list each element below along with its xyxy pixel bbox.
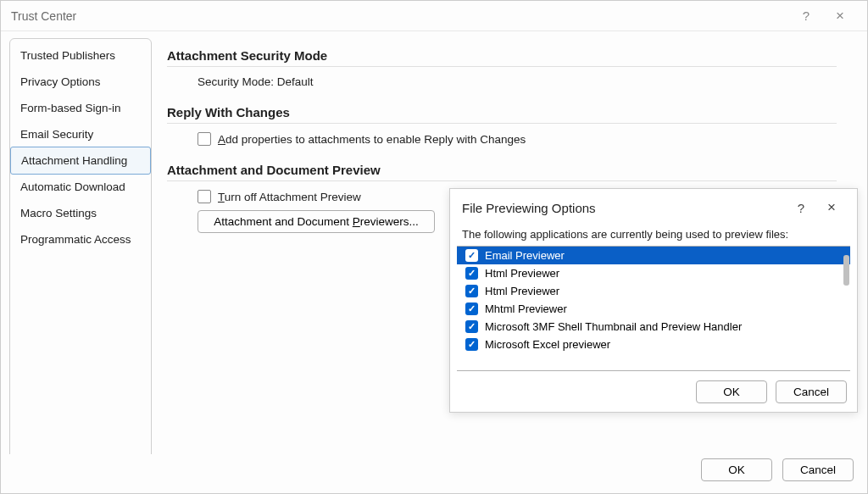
close-icon[interactable]: ×: [823, 8, 857, 25]
sidebar-item-label: Programmatic Access: [20, 233, 131, 246]
sidebar: Trusted Publishers Privacy Options Form-…: [9, 38, 152, 454]
checkbox-icon: [198, 132, 211, 146]
list-item[interactable]: ✓ Html Previewer: [457, 282, 850, 300]
sidebar-item-form-based-sign-in[interactable]: Form-based Sign-in: [10, 95, 151, 121]
close-icon[interactable]: ×: [816, 199, 847, 216]
checkbox-icon: [198, 190, 211, 203]
list-item-label: Mhtml Previewer: [485, 303, 567, 315]
sidebar-item-email-security[interactable]: Email Security: [10, 121, 151, 147]
list-item-label: Microsoft Excel previewer: [485, 338, 610, 351]
sidebar-item-label: Privacy Options: [20, 75, 101, 88]
list-item-label: Email Previewer: [485, 249, 565, 262]
scrollbar-thumb[interactable]: [843, 255, 849, 286]
section-heading-attachment-security: Attachment Security Mode: [167, 48, 837, 67]
inner-footer: OK Cancel: [450, 371, 857, 412]
checkbox-icon[interactable]: ✓: [465, 320, 478, 333]
list-item[interactable]: ✓ Email Previewer: [457, 247, 850, 264]
sidebar-item-label: Form-based Sign-in: [20, 102, 121, 114]
sidebar-item-label: Attachment Handling: [21, 154, 127, 167]
trust-center-dialog: Trust Center ? × Trusted Publishers Priv…: [0, 0, 868, 494]
checkbox-icon[interactable]: ✓: [465, 303, 478, 315]
sidebar-item-attachment-handling[interactable]: Attachment Handling: [10, 147, 151, 175]
ok-button[interactable]: OK: [696, 380, 767, 403]
checkbox-label: Add properties to attachments to enable …: [218, 133, 526, 146]
help-icon[interactable]: ?: [789, 8, 823, 23]
security-mode-text: Security Mode: Default: [198, 75, 314, 88]
inner-instruction-text: The following applications are currently…: [450, 226, 857, 246]
sidebar-item-trusted-publishers[interactable]: Trusted Publishers: [10, 42, 151, 69]
sidebar-item-programmatic-access[interactable]: Programmatic Access: [10, 226, 151, 253]
inner-window-title: File Previewing Options: [462, 201, 596, 215]
list-item-label: Html Previewer: [485, 267, 559, 280]
inner-titlebar: File Previewing Options ? ×: [450, 189, 857, 226]
previewers-listbox[interactable]: ✓ Email Previewer ✓ Html Previewer ✓ Htm…: [457, 246, 850, 371]
list-item[interactable]: ✓ Mhtml Previewer: [457, 300, 850, 318]
list-item-label: Microsoft 3MF Shell Thumbnail and Previe…: [485, 320, 742, 333]
checkbox-add-properties[interactable]: Add properties to attachments to enable …: [198, 132, 859, 146]
checkbox-icon[interactable]: ✓: [465, 267, 478, 280]
section-heading-attachment-preview: Attachment and Document Preview: [167, 163, 837, 181]
sidebar-item-label: Email Security: [20, 128, 93, 141]
window-title: Trust Center: [11, 9, 76, 23]
ok-button[interactable]: OK: [701, 458, 772, 481]
cancel-button[interactable]: Cancel: [776, 380, 847, 403]
checkbox-icon[interactable]: ✓: [465, 249, 478, 262]
titlebar: Trust Center ? ×: [1, 1, 867, 31]
list-item[interactable]: ✓ Microsoft 3MF Shell Thumbnail and Prev…: [457, 318, 850, 336]
sidebar-item-automatic-download[interactable]: Automatic Download: [10, 174, 151, 200]
sidebar-item-privacy-options[interactable]: Privacy Options: [10, 69, 151, 95]
footer: OK Cancel: [1, 454, 867, 493]
list-item[interactable]: ✓ Microsoft Excel previewer: [457, 336, 850, 353]
file-previewing-options-dialog: File Previewing Options ? × The followin…: [449, 188, 858, 413]
checkbox-icon[interactable]: ✓: [465, 338, 478, 351]
list-item[interactable]: ✓ Html Previewer: [457, 264, 850, 282]
list-item-label: Html Previewer: [485, 285, 559, 297]
checkbox-icon[interactable]: ✓: [465, 285, 478, 297]
help-icon[interactable]: ?: [786, 201, 816, 215]
sidebar-item-label: Trusted Publishers: [20, 49, 115, 62]
checkbox-label: Turn off Attachment Preview: [218, 191, 361, 203]
cancel-button[interactable]: Cancel: [782, 458, 854, 481]
sidebar-item-macro-settings[interactable]: Macro Settings: [10, 200, 151, 226]
sidebar-item-label: Macro Settings: [20, 207, 97, 219]
previewers-button[interactable]: Attachment and Document Previewers...: [198, 210, 435, 233]
sidebar-item-label: Automatic Download: [20, 180, 125, 193]
section-heading-reply-with-changes: Reply With Changes: [167, 105, 837, 124]
